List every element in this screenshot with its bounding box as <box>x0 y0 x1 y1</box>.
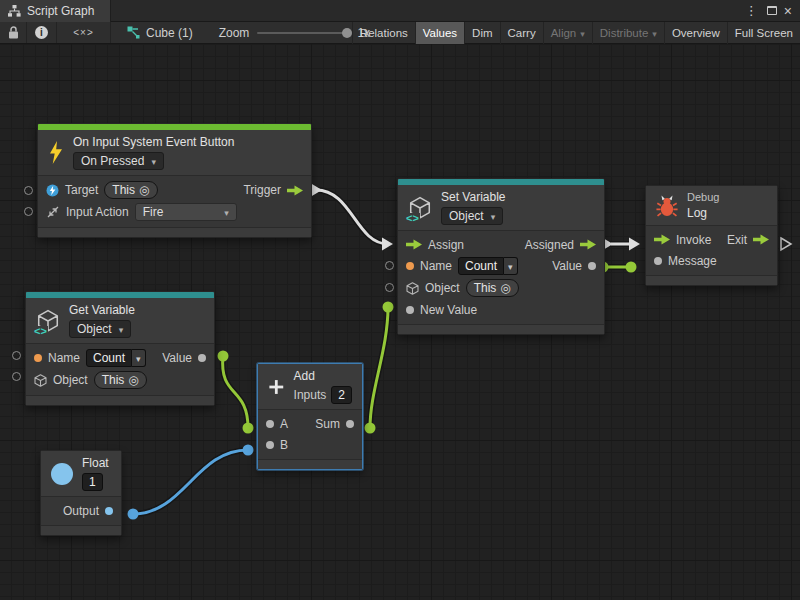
overview-button[interactable]: Overview <box>664 22 727 44</box>
row-object: Object This <box>26 369 214 391</box>
node-get-variable[interactable]: <> Get Variable Object Name Count <box>25 291 215 406</box>
node-add[interactable]: Add Inputs 2 A Sum <box>257 363 363 470</box>
dropdown-arrow-icon <box>224 205 229 219</box>
row-input-action: Input Action Fire <box>38 201 311 223</box>
variable-scope-dropdown[interactable]: Object <box>441 207 503 225</box>
collapse-icon: <×> <box>73 27 94 38</box>
info-button[interactable]: i <box>27 22 57 43</box>
inputs-count-field[interactable]: 2 <box>331 386 352 404</box>
port-getvar-object-unconnected[interactable] <box>12 372 21 381</box>
message-label: Message <box>668 254 717 268</box>
window-tab-bar: Script Graph ⋮ × <box>0 0 800 22</box>
menu-kebab-icon[interactable]: ⋮ <box>743 0 760 22</box>
node-title: Add <box>294 369 315 383</box>
exit-output-port-icon[interactable] <box>753 234 769 245</box>
zoom-slider[interactable] <box>257 32 349 34</box>
node-on-input-system-event[interactable]: On Input System Event Button On Pressed … <box>37 123 312 238</box>
port-inputaction-unconnected[interactable] <box>24 207 33 216</box>
object-picker[interactable]: This <box>94 371 147 389</box>
relations-button[interactable]: Relations <box>352 22 415 44</box>
align-dropdown-button[interactable]: Align <box>543 22 592 44</box>
trigger-output-port-icon[interactable] <box>287 185 303 196</box>
row-new-value: New Value <box>398 299 604 320</box>
node-footer <box>398 324 604 334</box>
node-debug-log[interactable]: Debug Log Invoke Exit Message <box>645 185 778 286</box>
port-setvar-name-unconnected[interactable] <box>385 261 394 270</box>
sum-label: Sum <box>315 417 340 431</box>
graph-hierarchy-icon <box>8 5 21 17</box>
float-value-field[interactable]: 1 <box>82 473 103 491</box>
a-input-port[interactable] <box>266 420 274 428</box>
dropdown-arrow-icon <box>491 209 496 223</box>
input-action-dropdown[interactable]: Fire <box>135 203 237 221</box>
exit-label: Exit <box>727 233 747 247</box>
variable-name-dropdown[interactable]: Count <box>458 257 518 275</box>
dropdown-arrow-icon <box>652 27 657 39</box>
port-getvar-name-unconnected[interactable] <box>12 351 21 360</box>
object-picker-icon <box>128 372 138 388</box>
node-title: Set Variable <box>441 190 505 204</box>
node-footer <box>646 275 777 285</box>
maximize-icon[interactable] <box>767 6 777 15</box>
assign-input-port-icon[interactable] <box>406 239 422 250</box>
lock-button[interactable] <box>0 22 27 43</box>
row-b: B <box>258 434 362 455</box>
wire-float-to-add-b[interactable] <box>128 445 254 520</box>
carry-button[interactable]: Carry <box>500 22 543 44</box>
port-setvar-object-unconnected[interactable] <box>385 283 394 292</box>
exit-port-hint-arrow[interactable] <box>781 238 791 250</box>
value-output-port[interactable] <box>198 354 206 362</box>
b-label: B <box>280 438 288 452</box>
name-label: Name <box>420 259 452 273</box>
event-type-dropdown[interactable]: On Pressed <box>73 152 164 170</box>
wire-trigger-to-assign[interactable] <box>311 184 393 251</box>
message-input-port[interactable] <box>654 257 662 265</box>
invoke-input-port-icon[interactable] <box>654 234 670 245</box>
output-port[interactable] <box>105 507 113 515</box>
wire-sum-to-newvalue[interactable] <box>365 302 394 434</box>
node-float-literal[interactable]: Float 1 Output <box>40 450 122 536</box>
graph-canvas[interactable]: On Input System Event Button On Pressed … <box>0 44 800 600</box>
wire-getvalue-to-add-a[interactable] <box>218 351 254 434</box>
new-value-input-port[interactable] <box>406 306 414 314</box>
dim-button[interactable]: Dim <box>464 22 499 44</box>
sum-output-port[interactable] <box>346 420 354 428</box>
assigned-output-port-icon[interactable] <box>580 239 596 250</box>
variable-name-dropdown[interactable]: Count <box>86 349 146 367</box>
tab-script-graph[interactable]: Script Graph <box>0 0 111 22</box>
port-target-unconnected[interactable] <box>24 186 33 195</box>
close-icon[interactable]: × <box>784 0 792 22</box>
name-input-port[interactable] <box>406 262 414 270</box>
value-output-port[interactable] <box>588 262 596 270</box>
info-icon: i <box>35 26 48 39</box>
node-set-variable[interactable]: <> Set Variable Object Assign Assigned <box>397 178 605 335</box>
name-input-port[interactable] <box>34 354 42 362</box>
node-title: Float <box>82 456 109 470</box>
new-value-label: New Value <box>420 303 477 317</box>
variable-scope-dropdown[interactable]: Object <box>69 320 131 338</box>
value-label: Value <box>162 351 192 365</box>
invoke-label: Invoke <box>676 233 711 247</box>
distribute-dropdown-button[interactable]: Distribute <box>592 22 664 44</box>
target-object-picker[interactable]: This <box>104 181 157 199</box>
values-button[interactable]: Values <box>415 22 464 44</box>
object-picker[interactable]: This <box>466 279 519 297</box>
value-label: Value <box>552 259 582 273</box>
input-system-icon <box>46 184 59 197</box>
full-screen-button[interactable]: Full Screen <box>727 22 800 44</box>
node-footer <box>258 459 362 469</box>
toolbar-toggle-group: Relations Values Dim Carry Align Distrib… <box>352 22 800 44</box>
collapse-ports-button[interactable]: <×> <box>57 22 111 43</box>
row-invoke-exit: Invoke Exit <box>646 229 777 250</box>
tab-title: Script Graph <box>27 4 94 18</box>
wire-assigned-to-invoke[interactable] <box>602 238 640 251</box>
graph-target-button[interactable]: Cube (1) <box>117 22 203 43</box>
graph-target-label: Cube (1) <box>146 26 193 40</box>
a-label: A <box>280 417 288 431</box>
object-picker-icon <box>139 182 149 198</box>
zoom-label: Zoom <box>219 26 250 40</box>
input-action-icon <box>46 206 60 219</box>
input-action-label: Input Action <box>66 205 129 219</box>
output-label: Output <box>63 504 99 518</box>
b-input-port[interactable] <box>266 441 274 449</box>
